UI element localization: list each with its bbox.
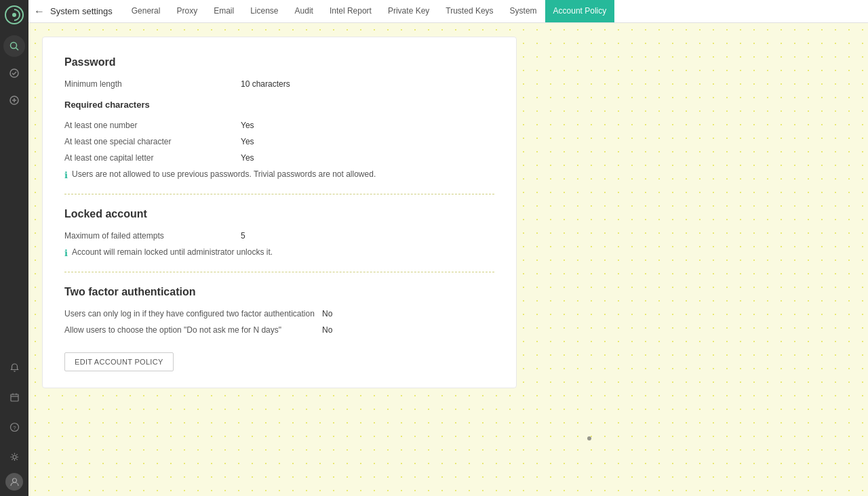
edit-account-policy-button[interactable]: EDIT ACCOUNT POLICY [64,352,174,371]
tab-audit[interactable]: Audit [287,0,321,22]
two-factor-field-label: Users can only log in if they have confi… [64,309,322,318]
svg-point-1 [12,13,16,17]
page-title: System settings [50,6,113,16]
required-char-value: Yes [241,137,254,146]
info-icon-2: ℹ [64,248,68,258]
help-icon[interactable]: ? [3,416,25,438]
two-factor-field-value: No [322,309,332,318]
locked-account-title: Locked account [64,208,494,220]
tab-proxy[interactable]: Proxy [168,0,205,22]
back-button[interactable]: ← [34,5,45,18]
required-char-row: At least one capital letter Yes [64,153,494,163]
tab-bar: GeneralProxyEmailLicenseAuditIntel Repor… [123,0,615,22]
logo-icon[interactable] [5,5,24,24]
search-icon[interactable] [3,35,25,57]
password-section-title: Password [64,56,494,68]
two-factor-title: Two factor authentication [64,286,494,298]
divider-2 [64,272,494,272]
svg-point-14 [13,455,16,459]
tab-intel_report[interactable]: Intel Report [321,0,380,22]
plus-icon[interactable] [3,89,25,111]
tab-general[interactable]: General [123,0,169,22]
svg-line-3 [16,48,19,51]
minimum-length-value: 10 characters [241,79,290,89]
locked-account-info-text: Account will remain locked until adminis… [72,247,273,257]
required-char-label: At least one special character [64,137,241,146]
password-info-text: Users are not allowed to use previous pa… [72,169,376,179]
required-char-value: Yes [241,121,254,130]
info-icon: ℹ [64,170,68,180]
tab-email[interactable]: Email [205,0,242,22]
two-factor-fields: Users can only log in if they have confi… [64,309,494,335]
svg-rect-8 [11,394,18,401]
two-factor-section: Two factor authentication Users can only… [64,286,494,335]
required-char-row: At least one special character Yes [64,137,494,146]
max-failed-row: Maximum of failed attempts 5 [64,231,494,241]
content-area: Password Minimum length 10 characters Re… [28,23,868,496]
tab-private_key[interactable]: Private Key [380,0,437,22]
minimum-length-label: Minimum length [64,79,241,89]
gear-icon[interactable] [3,446,25,468]
tab-license[interactable]: License [242,0,286,22]
two-factor-field-row: Allow users to choose the option "Do not… [64,325,494,335]
required-char-value: Yes [241,153,254,163]
required-chars-title: Required characters [64,100,494,110]
user-avatar[interactable] [5,473,23,491]
bell-icon[interactable] [3,356,25,378]
two-factor-field-label: Allow users to choose the option "Do not… [64,325,322,335]
max-failed-value: 5 [241,231,245,241]
check-circle-icon[interactable] [3,62,25,84]
divider-1 [64,194,494,194]
required-char-label: At least one number [64,121,241,130]
main-content: ← System settings GeneralProxyEmailLicen… [28,0,868,496]
tab-system[interactable]: System [502,0,545,22]
required-char-row: At least one number Yes [64,121,494,130]
password-info-row: ℹ Users are not allowed to use previous … [64,169,494,180]
account-policy-card: Password Minimum length 10 characters Re… [42,37,517,388]
two-factor-field-value: No [322,325,332,335]
tab-account_policy[interactable]: Account Policy [545,0,615,22]
required-char-label: At least one capital letter [64,153,241,163]
minimum-length-row: Minimum length 10 characters [64,79,494,89]
svg-point-2 [11,43,17,49]
svg-point-15 [12,478,16,482]
sidebar: ? [0,0,28,496]
locked-account-section: Locked account Maximum of failed attempt… [64,208,494,258]
max-failed-label: Maximum of failed attempts [64,231,241,241]
required-chars-list: At least one number Yes At least one spe… [64,121,494,163]
two-factor-field-row: Users can only log in if they have confi… [64,309,494,318]
calendar-icon[interactable] [3,386,25,408]
password-section: Password Minimum length 10 characters Re… [64,56,494,180]
locked-account-info-row: ℹ Account will remain locked until admin… [64,247,494,258]
tab-trusted_keys[interactable]: Trusted Keys [437,0,501,22]
top-navigation: ← System settings GeneralProxyEmailLicen… [28,0,868,23]
svg-text:?: ? [13,425,16,431]
